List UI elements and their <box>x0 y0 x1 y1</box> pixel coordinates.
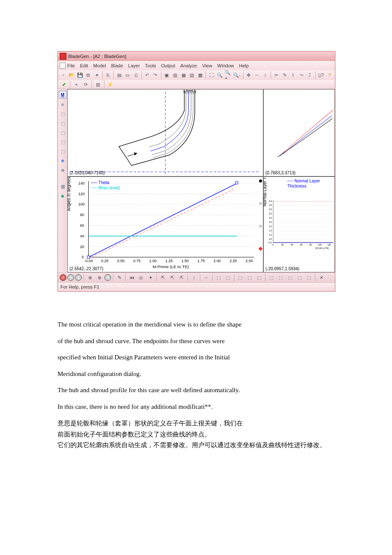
curve3-icon[interactable]: ⤴ <box>306 71 314 79</box>
blade-preview-panel[interactable]: (0.7683,3.3713) <box>263 89 335 176</box>
tool2a-icon[interactable]: ⌖ <box>72 80 81 89</box>
clipboard-icon[interactable]: ▤ <box>115 71 123 79</box>
menu-tools[interactable]: Tools <box>145 63 156 68</box>
b-up3-icon[interactable]: ⇱ <box>177 273 186 282</box>
side-7-icon[interactable]: ≋ <box>59 167 66 173</box>
svg-text:1.25: 1.25 <box>165 259 173 263</box>
b-tool-3-icon[interactable] <box>75 274 82 281</box>
b-spark-icon[interactable]: ✦ <box>146 273 155 282</box>
layout2-icon[interactable]: ▥ <box>171 71 179 79</box>
svg-text:-0.00: -0.00 <box>84 259 93 263</box>
b-d2-icon[interactable]: ⬚ <box>224 273 232 282</box>
thickness-chart-panel[interactable]: -0.0 0.5 1.0 1.5 2.0 2.5 3.0 3.5 4.0 4.5… <box>263 176 335 272</box>
check-icon[interactable]: ✔ <box>60 80 68 89</box>
b-target-icon[interactable]: ◎ <box>137 273 145 282</box>
layout1-icon[interactable]: ▣ <box>163 71 171 79</box>
bl-coord-label: (2.5542,-22.3077) <box>69 266 104 271</box>
redo-icon[interactable]: ↷ <box>152 71 159 79</box>
zoom-icon[interactable]: 🔍 <box>216 71 224 79</box>
layout4-icon[interactable]: ▧ <box>188 71 196 79</box>
menu-output[interactable]: Output <box>161 63 175 68</box>
b-width-icon[interactable]: ↔ <box>202 273 210 282</box>
b-d6-icon[interactable]: ⬚ <box>267 273 276 282</box>
save-multi-icon[interactable]: ⧉ <box>85 71 92 79</box>
angle-chart-panel[interactable]: 0 20 40 60 80 100 120 140 -0.00 0.25 0.5… <box>67 176 263 272</box>
width-icon[interactable]: ↔ <box>253 71 261 79</box>
pan-icon[interactable]: ✥ <box>245 71 253 79</box>
b-globe2-icon[interactable]: ⊗ <box>95 273 104 282</box>
side-5-icon[interactable]: ⬚ <box>59 139 66 145</box>
copy-icon[interactable]: ⎘ <box>104 71 112 79</box>
window-icon[interactable]: ▭ <box>124 71 132 79</box>
layout5-icon[interactable]: ▩ <box>196 71 204 79</box>
b-up2-icon[interactable]: ⇱ <box>168 273 176 282</box>
meridional-view-panel[interactable]: (2-1820,040-7160) <box>67 89 263 176</box>
svg-text:0.75: 0.75 <box>133 259 141 263</box>
save-icon[interactable]: 💾 <box>76 71 84 79</box>
menu-blade[interactable]: Blade <box>111 63 123 68</box>
help-context-icon[interactable]: ⍰? <box>317 71 325 79</box>
b-d7-icon[interactable]: ⬚ <box>277 273 285 282</box>
menu-view[interactable]: View <box>202 63 212 68</box>
menu-window[interactable]: Window <box>217 63 234 68</box>
titlebar[interactable]: BladeGen - [A2 : BladeGen] <box>58 52 335 61</box>
b-d8-icon[interactable]: ⬚ <box>286 273 294 282</box>
open-icon[interactable]: 📂 <box>68 71 76 79</box>
new-icon[interactable]: ▫ <box>60 71 67 79</box>
b-rewind-icon[interactable]: ⏮ <box>127 273 136 282</box>
curve2-icon[interactable]: ⤳ <box>298 71 306 79</box>
svg-text:M (LE to TE): M (LE to TE) <box>316 247 329 249</box>
settings-icon[interactable]: ✶ <box>93 71 101 79</box>
pencil-icon[interactable]: ✎ <box>281 71 289 79</box>
b-up1-icon[interactable]: ⇱ <box>159 273 167 282</box>
app-window: BladeGen - [A2 : BladeGen] File Edit Mod… <box>58 51 335 292</box>
menu-edit[interactable]: Edit <box>80 63 88 68</box>
menu-layer[interactable]: Layer <box>128 63 140 68</box>
b-d3-icon[interactable]: ⬚ <box>236 273 245 282</box>
zoom-out-icon[interactable]: 🔍- <box>233 71 241 79</box>
undo-icon[interactable]: ↶ <box>144 71 151 79</box>
help-icon[interactable]: ? <box>326 71 333 79</box>
menu-analyze[interactable]: Analyze <box>180 63 197 68</box>
menu-model[interactable]: Model <box>93 63 106 68</box>
side-m-icon[interactable]: M <box>59 91 66 98</box>
b-tool-2-icon[interactable] <box>67 274 74 281</box>
tool2b-icon[interactable]: ⟳ <box>81 80 90 89</box>
side-6-icon[interactable]: ⬚ <box>59 148 66 155</box>
curve1-icon[interactable]: ⌇ <box>289 71 297 79</box>
menu-help[interactable]: Help <box>239 63 249 68</box>
menu-file[interactable]: File <box>67 63 75 68</box>
height-icon[interactable]: ↕ <box>262 71 269 79</box>
b-tool-5-icon[interactable]: ✎ <box>115 273 124 282</box>
doc-p6: In this case, there is no need for any a… <box>58 399 334 414</box>
b-d1-icon[interactable]: ⬚ <box>214 273 223 282</box>
layout3-icon[interactable]: ▦ <box>180 71 187 79</box>
zoom-in-icon[interactable]: 🔍+ <box>224 71 232 79</box>
scissors-icon[interactable]: ✂ <box>273 71 280 79</box>
tool2d-icon[interactable]: ⚡ <box>106 80 115 89</box>
svg-text:2.5: 2.5 <box>269 221 272 223</box>
b-tool-4-icon[interactable] <box>104 274 111 281</box>
print-icon[interactable]: ⎙ <box>132 71 140 79</box>
side-9-icon[interactable]: ◆ <box>59 192 66 199</box>
side-1-icon[interactable]: ≡ <box>59 101 66 108</box>
b-person-icon[interactable]: ⟊ <box>190 273 198 282</box>
b-d10-icon[interactable]: ⬚ <box>305 273 313 282</box>
side-3-icon[interactable]: ⬚ <box>59 120 66 127</box>
b-close-icon[interactable]: ✕ <box>317 273 326 282</box>
svg-text:3.0: 3.0 <box>269 217 272 219</box>
b-globe1-icon[interactable]: ⊕ <box>86 273 94 282</box>
side-8-icon[interactable]: ▥ <box>59 183 66 190</box>
b-d4-icon[interactable]: ⬚ <box>245 273 254 282</box>
svg-text:40: 40 <box>291 243 293 246</box>
side-plus-icon[interactable]: ✚ <box>59 157 66 164</box>
side-2-icon[interactable]: ⬚ <box>59 110 66 117</box>
svg-text:1.0: 1.0 <box>269 234 272 236</box>
b-d9-icon[interactable]: ⬚ <box>295 273 304 282</box>
tool2c-icon[interactable]: ▥ <box>94 80 102 89</box>
side-4-icon[interactable]: ⬚ <box>59 129 66 136</box>
b-tool-1-icon[interactable] <box>60 274 66 281</box>
zoom-fit-icon[interactable]: ⛶ <box>208 71 215 79</box>
status-text: For Help, press F1 <box>61 284 99 289</box>
b-d5-icon[interactable]: ⬚ <box>255 273 263 282</box>
